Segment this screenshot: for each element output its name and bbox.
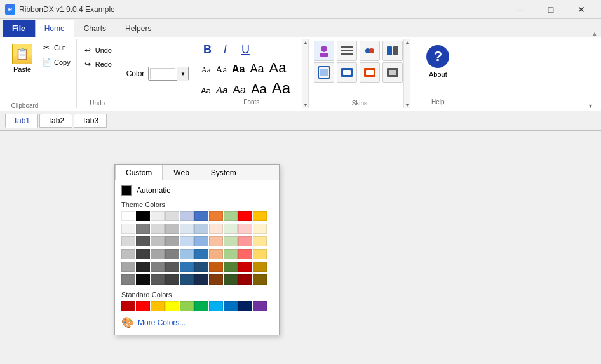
cp-color-cell[interactable] (194, 236, 208, 246)
cp-color-cell[interactable] (209, 249, 223, 259)
copy-button[interactable]: 📄 Copy (38, 55, 74, 69)
font-sample-2[interactable]: Aa (215, 63, 229, 76)
content-tab-3[interactable]: Tab3 (74, 114, 107, 128)
font-sample-8[interactable]: Aa (231, 83, 247, 98)
skin-2[interactable] (337, 41, 357, 61)
font-sample-5[interactable]: Aa (268, 58, 288, 78)
cp-color-cell[interactable] (136, 224, 150, 234)
skin-3[interactable] (360, 41, 380, 61)
cp-color-cell[interactable] (165, 236, 179, 246)
cp-color-cell[interactable] (121, 274, 135, 285)
cp-more-colors-button[interactable]: 🎨 More Colors... (115, 313, 279, 330)
cp-color-cell[interactable] (121, 236, 135, 246)
font-sample-7[interactable]: Aa (215, 83, 229, 97)
skins-scroll-up[interactable]: ▲ (404, 39, 410, 45)
cp-color-cell[interactable] (238, 249, 252, 259)
cp-color-cell[interactable] (194, 262, 208, 272)
cp-color-cell[interactable] (224, 211, 238, 221)
cp-color-cell[interactable] (194, 274, 208, 285)
cp-standard-color-cell[interactable] (121, 301, 135, 311)
cp-color-cell[interactable] (151, 262, 165, 272)
cp-color-cell[interactable] (180, 262, 194, 272)
cp-color-cell[interactable] (180, 274, 194, 285)
cut-button[interactable]: ✂ Cut (38, 41, 74, 55)
content-tab-2[interactable]: Tab2 (39, 114, 72, 128)
cp-color-cell[interactable] (209, 274, 223, 285)
cp-standard-color-cell[interactable] (151, 301, 165, 311)
cp-tab-custom[interactable]: Custom (115, 165, 163, 180)
cp-color-cell[interactable] (209, 211, 223, 221)
cp-tab-system[interactable]: System (200, 165, 247, 180)
content-tab-1[interactable]: Tab1 (5, 114, 38, 128)
font-sample-1[interactable]: Aa (199, 64, 212, 76)
cp-color-cell[interactable] (165, 249, 179, 259)
cp-color-cell[interactable] (121, 262, 135, 272)
cp-color-cell[interactable] (224, 236, 238, 246)
undo-button[interactable]: ↩ Undo (79, 43, 115, 57)
cp-standard-color-cell[interactable] (180, 301, 194, 311)
paste-button[interactable]: 📋 Paste (8, 41, 37, 76)
tab-charts[interactable]: Charts (74, 20, 116, 37)
skins-scroll-down[interactable]: ▼ (404, 102, 410, 108)
cp-color-cell[interactable] (165, 262, 179, 272)
cp-color-cell[interactable] (151, 274, 165, 285)
cp-color-cell[interactable] (121, 249, 135, 259)
cp-standard-color-cell[interactable] (238, 301, 252, 311)
italic-button[interactable]: I (217, 42, 233, 57)
cp-standard-color-cell[interactable] (224, 301, 238, 311)
cp-color-cell[interactable] (194, 211, 208, 221)
cp-color-cell[interactable] (136, 274, 150, 285)
cp-tab-web[interactable]: Web (163, 165, 199, 180)
cp-color-cell[interactable] (136, 249, 150, 259)
cp-color-cell[interactable] (136, 211, 150, 221)
cp-standard-color-cell[interactable] (136, 301, 150, 311)
color-dropdown-arrow[interactable]: ▼ (177, 67, 188, 81)
cp-color-cell[interactable] (209, 236, 223, 246)
redo-button[interactable]: ↪ Redo (79, 57, 115, 71)
skin-4[interactable] (382, 41, 403, 61)
close-button[interactable]: ✕ (567, 1, 596, 18)
cp-color-cell[interactable] (209, 262, 223, 272)
cp-color-cell[interactable] (253, 224, 267, 234)
about-button[interactable]: ? About (421, 42, 455, 81)
cp-color-cell[interactable] (224, 224, 238, 234)
minimize-button[interactable]: ─ (506, 1, 535, 18)
cp-standard-color-cell[interactable] (194, 301, 208, 311)
cp-color-cell[interactable] (238, 211, 252, 221)
cp-standard-color-cell[interactable] (165, 301, 179, 311)
ribbon-scroll-up[interactable]: ▲ (591, 30, 598, 37)
cp-color-cell[interactable] (238, 262, 252, 272)
cp-color-cell[interactable] (238, 236, 252, 246)
underline-button[interactable]: U (238, 42, 253, 57)
tab-file[interactable]: File (3, 20, 35, 37)
skin-7[interactable] (360, 62, 380, 83)
cp-color-cell[interactable] (253, 249, 267, 259)
fonts-scroll-down[interactable]: ▼ (302, 102, 308, 108)
font-sample-6[interactable]: Aa (199, 84, 212, 97)
skin-5[interactable] (314, 62, 334, 83)
cp-color-cell[interactable] (151, 224, 165, 234)
tab-helpers[interactable]: Helpers (116, 20, 161, 37)
cp-color-cell[interactable] (253, 211, 267, 221)
cp-standard-color-cell[interactable] (209, 301, 223, 311)
font-sample-10[interactable]: Aa (271, 78, 292, 98)
font-sample-3[interactable]: Aa (231, 62, 246, 76)
cp-color-cell[interactable] (180, 211, 194, 221)
ribbon-collapse-arrow[interactable]: ▼ (588, 103, 593, 109)
cp-color-cell[interactable] (224, 249, 238, 259)
font-sample-4[interactable]: Aa (249, 61, 266, 77)
cp-color-cell[interactable] (224, 262, 238, 272)
skin-1[interactable] (314, 41, 334, 61)
cp-color-cell[interactable] (121, 224, 135, 234)
cp-color-cell[interactable] (194, 249, 208, 259)
skin-6[interactable] (337, 62, 357, 83)
cp-color-cell[interactable] (165, 224, 179, 234)
cp-color-cell[interactable] (224, 274, 238, 285)
cp-color-cell[interactable] (238, 224, 252, 234)
cp-color-cell[interactable] (180, 236, 194, 246)
color-selector[interactable]: ▼ (148, 67, 189, 81)
cp-standard-color-cell[interactable] (253, 301, 267, 311)
cp-color-cell[interactable] (151, 249, 165, 259)
cp-color-cell[interactable] (180, 249, 194, 259)
cp-color-cell[interactable] (151, 236, 165, 246)
